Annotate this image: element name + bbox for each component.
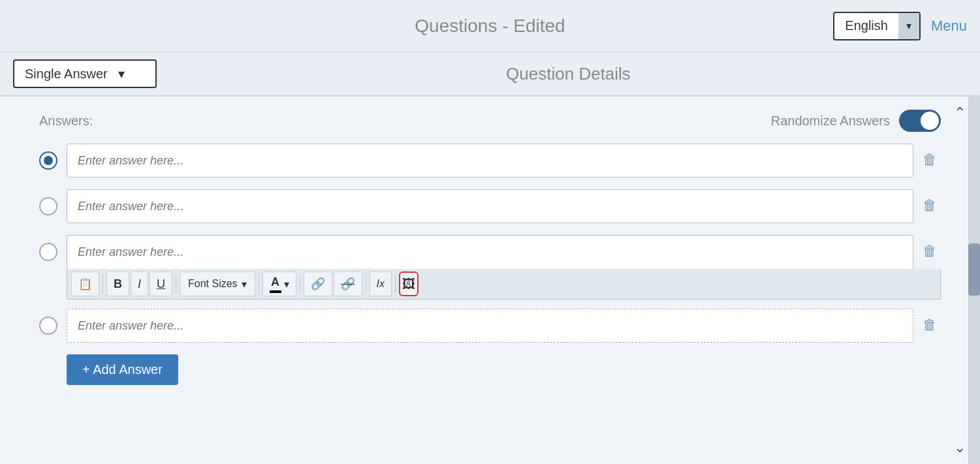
answer-radio-1[interactable] [39,151,57,170]
clear-format-label: Ix [377,278,385,290]
toolbar-sep-2 [176,275,176,293]
font-sizes-button[interactable]: Font Sizes ▾ [180,271,255,296]
scrollbar-thumb[interactable] [968,243,980,296]
answer-input-4[interactable] [67,309,913,343]
subheader: Single Answer ▾ Question Details [0,52,980,97]
toolbar-sep-6 [395,275,396,293]
question-type-dropdown[interactable]: Single Answer ▾ [13,59,157,88]
delete-answer-2-icon[interactable]: 🗑 [923,197,941,215]
language-chevron-icon: ▾ [898,13,919,39]
toggle-knob [921,112,939,130]
add-answer-button[interactable]: + Add Answer [67,354,178,385]
color-a-label: A [271,275,279,289]
page-title: Questions - Edited [415,16,565,37]
toolbar-sep-5 [366,275,366,293]
italic-label: I [138,277,141,291]
main-content: Answers: Randomize Answers 🗑 🗑 🗑 [0,97,980,464]
bold-button[interactable]: B [106,271,129,296]
delete-answer-3-icon[interactable]: 🗑 [923,243,941,261]
editor-toolbar: 📋 B I U Font Sizes ▾ A [67,269,941,300]
font-sizes-chevron-icon: ▾ [242,278,247,290]
language-dropdown[interactable]: English ▾ [833,12,921,40]
answer-row-3: 🗑 [39,235,941,269]
scrollbar-track [968,97,980,464]
add-answer-label: + Add Answer [82,362,163,377]
answer-row-4: 🗑 [39,309,941,343]
italic-button[interactable]: I [131,271,148,296]
question-type-chevron-icon: ▾ [118,66,125,82]
toolbar-sep-4 [300,275,300,293]
nav-arrows: ⌃ [954,106,966,120]
insert-image-button[interactable]: 🖼 [399,271,419,296]
answer-block-3: 🗑 📋 B I U Font Sizes ▾ [39,235,941,300]
menu-link[interactable]: Menu [931,18,967,35]
header-right: English ▾ Menu [833,12,967,40]
randomize-toggle[interactable] [899,110,941,132]
toolbar-sep-1 [103,275,103,293]
text-color-button[interactable]: A ▾ [262,271,296,296]
clipboard-icon: 📋 [78,277,92,291]
underline-button[interactable]: U [150,271,172,296]
answer-input-3[interactable] [67,235,913,269]
answers-label: Answers: [39,114,93,129]
answer-radio-4[interactable] [39,317,57,335]
answer-radio-3[interactable] [39,243,57,261]
underline-label: U [157,277,165,291]
delete-answer-4-icon[interactable]: 🗑 [923,317,941,335]
nav-arrows-bottom: ⌄ [954,441,966,455]
bold-label: B [114,277,122,291]
clear-format-button[interactable]: Ix [370,271,392,296]
color-indicator [270,290,281,293]
answer-input-1[interactable] [67,144,913,178]
answers-header: Answers: Randomize Answers [39,110,941,132]
randomize-section: Randomize Answers [771,110,941,132]
unlink-icon: 🔗 [341,277,355,291]
font-sizes-label: Font Sizes [188,278,238,290]
image-icon: 🖼 [402,277,415,292]
radio-inner-1 [44,156,53,165]
delete-answer-1-icon[interactable]: 🗑 [923,151,941,170]
header: Questions - Edited English ▾ Menu [0,0,980,52]
question-type-label: Single Answer [25,67,108,82]
language-label: English [834,18,898,33]
randomize-label: Randomize Answers [771,114,890,129]
toolbar-sep-3 [259,275,259,293]
answer-input-2[interactable] [67,189,913,223]
paste-button[interactable]: 📋 [71,271,99,296]
scroll-up-icon[interactable]: ⌃ [954,106,966,120]
question-details-title: Question Details [157,64,980,84]
insert-link-button[interactable]: 🔗 [304,271,332,296]
answer-radio-2[interactable] [39,197,57,215]
answer-row-2: 🗑 [39,189,941,223]
link-icon: 🔗 [311,277,325,291]
remove-link-button[interactable]: 🔗 [334,271,362,296]
color-chevron-icon: ▾ [284,278,289,290]
scroll-down-icon[interactable]: ⌄ [954,441,966,455]
answer-row-1: 🗑 [39,144,941,178]
